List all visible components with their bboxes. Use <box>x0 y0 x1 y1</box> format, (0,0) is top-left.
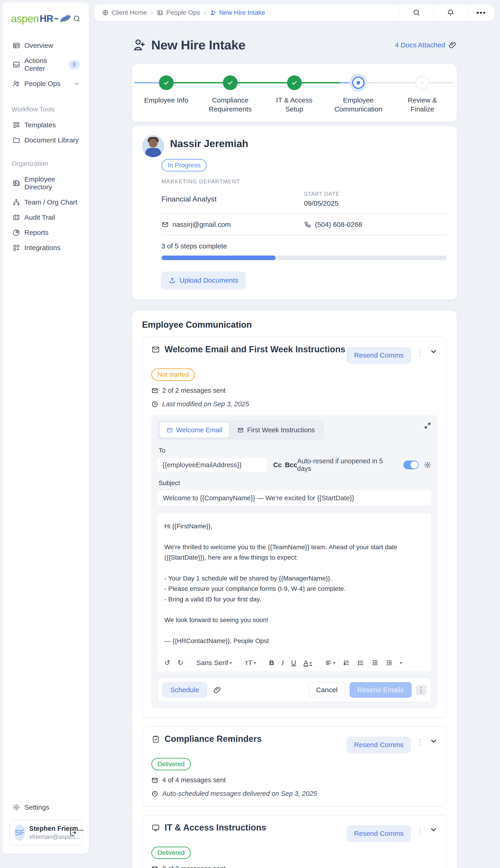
messages-sent: 4 of 4 messages sent <box>162 776 226 784</box>
email-body-editor[interactable]: Hi {{FirstName}}, We're thrilled to welc… <box>158 513 431 654</box>
underline-button[interactable]: U <box>288 657 299 669</box>
clock-icon <box>151 401 158 408</box>
user-profile-card[interactable]: SF Stephen Frierm... sfriernan@aspen... <box>9 820 82 845</box>
ordered-list-button[interactable] <box>340 657 353 668</box>
bcc-button[interactable]: Bcc <box>285 461 297 469</box>
email-tabs: Welcome Email First Week Instructions <box>157 420 324 440</box>
redo-button[interactable]: ↻ <box>175 657 186 669</box>
status-badge: Not started <box>151 368 195 381</box>
status-badge: Delivered <box>151 847 191 859</box>
templates-icon <box>12 121 20 129</box>
step-pending-icon[interactable] <box>416 76 429 90</box>
kebab-menu-icon[interactable]: ⋮ <box>416 349 424 356</box>
step-done-icon[interactable] <box>159 75 174 90</box>
sidebar-item-label: Reports <box>24 228 80 236</box>
progress-text: 3 of 5 steps complete <box>161 242 447 250</box>
user-email: sfriernan@aspen... <box>29 833 65 841</box>
sidebar-search-icon[interactable] <box>73 15 81 23</box>
subject-label: Subject <box>159 479 431 487</box>
breadcrumb-client-home[interactable]: Client Home <box>102 9 147 16</box>
topbar-more-button[interactable]: ••• <box>467 4 495 21</box>
collapse-chevron-icon[interactable] <box>430 737 438 745</box>
kebab-menu-icon[interactable]: ⋮ <box>416 827 424 835</box>
gear-icon[interactable] <box>424 461 431 469</box>
to-input[interactable] <box>157 458 267 472</box>
topbar-search-button[interactable] <box>399 4 433 21</box>
outdent-button[interactable] <box>369 657 381 668</box>
page-title: New Hire Intake <box>151 37 246 52</box>
indent-button[interactable] <box>383 657 395 668</box>
pie-chart-icon <box>12 228 20 236</box>
step-done-icon[interactable] <box>223 75 238 90</box>
drag-grip-icon[interactable]: ⋮ <box>416 685 427 695</box>
stepper-connector <box>230 82 294 83</box>
org-chart-icon <box>12 198 20 206</box>
italic-button[interactable]: I <box>279 657 286 669</box>
topbar-notifications-button[interactable] <box>433 4 467 21</box>
font-family-select[interactable]: Sans Serif▾ <box>194 657 235 669</box>
status-badge: Delivered <box>151 758 191 770</box>
stepper-connector <box>294 82 358 83</box>
docs-attached-label: 4 Docs Attached <box>395 41 445 49</box>
logo-text-hr: HR <box>39 13 53 24</box>
sidebar-item-people-ops[interactable]: People Ops <box>9 77 82 90</box>
sidebar-item-integrations[interactable]: Integrations <box>9 241 82 254</box>
docs-attached-link[interactable]: 4 Docs Attached <box>395 41 456 49</box>
comm-card-title: Welcome Email and First Week Instruction… <box>165 344 345 354</box>
employee-phone-row: (504) 608-0268 <box>304 221 447 228</box>
bold-button[interactable]: B <box>266 657 277 669</box>
sidebar-item-label: Document Library <box>24 136 80 144</box>
sidebar-item-overview[interactable]: Overview <box>9 39 82 52</box>
main-area: Client Home › People Ops › New Hire Inta… <box>94 0 495 868</box>
cancel-button[interactable]: Cancel <box>308 682 345 698</box>
resend-comms-button[interactable]: Resend Comms <box>347 347 410 363</box>
tab-first-week-instructions[interactable]: First Week Instructions <box>230 423 321 437</box>
resend-comms-button[interactable]: Resend Comms <box>347 737 410 753</box>
toolbar-divider <box>238 659 239 667</box>
divider <box>161 214 447 214</box>
subject-input[interactable] <box>157 490 431 506</box>
phone-icon <box>304 221 311 228</box>
sidebar-item-templates[interactable]: Templates <box>9 119 82 131</box>
resend-emails-button[interactable]: Resend Emails <box>350 682 412 698</box>
step-done-icon[interactable] <box>287 75 302 90</box>
logout-icon[interactable] <box>69 829 77 837</box>
employee-avatar <box>142 135 164 157</box>
attach-paperclip-icon[interactable] <box>213 686 221 694</box>
tab-welcome-email[interactable]: Welcome Email <box>160 423 229 437</box>
sidebar-item-label: Audit Trail <box>24 213 80 221</box>
sidebar-item-document-library[interactable]: Document Library <box>9 134 82 146</box>
align-button[interactable]: ▾ <box>322 657 338 668</box>
breadcrumb-separator: › <box>151 9 153 16</box>
resend-comms-button[interactable]: Resend Comms <box>347 825 410 842</box>
breadcrumb-separator: › <box>204 9 206 16</box>
to-label: To <box>159 447 431 454</box>
app-logo: aspenHR <box>11 12 71 25</box>
step-current-icon[interactable] <box>349 74 367 92</box>
cc-button[interactable]: Cc <box>273 461 282 469</box>
bullet-list-button[interactable] <box>354 657 367 668</box>
breadcrumb-new-hire-intake[interactable]: New Hire Intake <box>209 9 265 16</box>
sidebar-item-reports[interactable]: Reports <box>9 226 82 239</box>
sidebar-item-audit-trail[interactable]: Audit Trail <box>9 211 82 224</box>
sidebar-item-actions-center[interactable]: Actions Center 8 <box>9 54 82 75</box>
sidebar-item-label: Templates <box>24 121 80 129</box>
undo-button[interactable]: ↺ <box>162 657 173 669</box>
auto-resend-toggle[interactable] <box>404 460 419 469</box>
more-formats-button[interactable]: ▾ <box>397 658 405 667</box>
sidebar-item-settings[interactable]: Settings <box>9 801 82 814</box>
collapse-chevron-icon[interactable] <box>430 826 438 834</box>
upload-documents-button[interactable]: Upload Documents <box>161 272 246 289</box>
breadcrumb-label: People Ops <box>166 9 200 16</box>
status-badge: In Progress <box>161 159 207 172</box>
schedule-button[interactable]: Schedule <box>162 682 207 698</box>
kebab-menu-icon[interactable]: ⋮ <box>416 738 424 746</box>
expand-icon[interactable] <box>424 420 431 430</box>
breadcrumb-people-ops[interactable]: People Ops <box>157 9 200 16</box>
map-icon <box>12 213 20 221</box>
sidebar-item-team-org-chart[interactable]: Team / Org Chart <box>9 196 82 209</box>
text-color-button[interactable]: A▾ <box>301 657 315 669</box>
collapse-chevron-icon[interactable] <box>430 348 438 355</box>
font-size-select[interactable]: тT▾ <box>242 657 259 669</box>
sidebar-item-employee-directory[interactable]: Employee Directory <box>9 173 82 193</box>
